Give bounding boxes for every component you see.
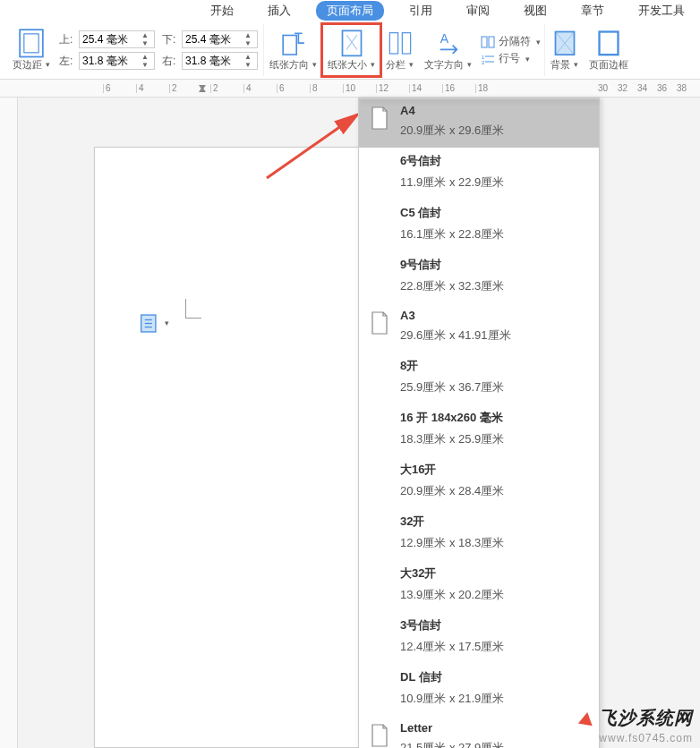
paper-size-icon (339, 30, 364, 58)
paper-size-option[interactable]: 9号信封22.8厘米 x 32.3厘米 (359, 251, 599, 303)
columns-button[interactable]: 分栏▾ (380, 24, 419, 76)
page-icon (368, 514, 391, 542)
orientation-button[interactable]: 纸张方向▾ (264, 24, 322, 76)
line-number-icon: 12 (481, 52, 495, 66)
page-icon (368, 104, 391, 132)
paper-size-dimensions: 21.5厘米 x 27.9厘米 (400, 740, 590, 748)
svg-marker-16 (199, 87, 206, 92)
paper-size-name: 大16开 (400, 462, 590, 478)
svg-rect-4 (389, 33, 397, 54)
paper-size-option[interactable]: 16 开 184x260 毫米18.3厘米 x 25.9厘米 (359, 404, 599, 456)
svg-rect-1 (24, 34, 38, 53)
paper-size-name: 32开 (400, 514, 590, 530)
page-icon (368, 257, 391, 285)
ruler-tick: 36 (657, 83, 677, 93)
spinner-down-icon[interactable]: ▼ (139, 39, 151, 47)
caret-icon: ▾ (46, 60, 50, 69)
svg-rect-8 (489, 37, 494, 47)
tab-view[interactable]: 视图 (515, 1, 556, 21)
paper-size-name: C5 信封 (400, 205, 590, 221)
margin-bottom-input[interactable]: 25.4 毫米 ▲▼ (182, 30, 258, 48)
columns-icon (388, 30, 413, 58)
margin-left-input[interactable]: 31.8 毫米 ▲▼ (79, 52, 155, 70)
vertical-ruler (0, 98, 18, 748)
paper-size-option[interactable]: 大16开20.9厘米 x 28.4厘米 (359, 456, 599, 508)
page-icon (368, 153, 391, 182)
svg-text:2: 2 (482, 60, 485, 65)
paper-size-option[interactable]: 大32开13.9厘米 x 20.2厘米 (359, 560, 599, 612)
margin-bottom-label: 下: (162, 32, 178, 47)
paper-size-option[interactable]: A329.6厘米 x 41.91厘米 (359, 303, 599, 353)
spinner-down-icon[interactable]: ▼ (242, 61, 254, 69)
text-direction-button[interactable]: A 文字方向▾ (419, 24, 477, 76)
tab-insert[interactable]: 插入 (259, 1, 300, 21)
tab-review[interactable]: 审阅 (457, 1, 499, 21)
caret-icon: ▾ (312, 60, 317, 69)
paper-size-name: 9号信封 (400, 257, 590, 273)
menu-tabs: 开始 插入 页面布局 引用 审阅 视图 章节 开发工具 (0, 0, 700, 21)
margin-top-label: 上: (59, 32, 75, 47)
page-icon (368, 462, 391, 490)
margins-button[interactable]: 页边距▾ (7, 24, 55, 76)
separator-label: 分隔符 (499, 34, 531, 49)
separator-button[interactable]: 分隔符 ▾ (481, 34, 541, 49)
text-direction-icon: A (436, 30, 461, 58)
spinner-up-icon[interactable]: ▲ (139, 31, 151, 39)
svg-rect-2 (283, 36, 296, 55)
tab-section[interactable]: 章节 (572, 1, 613, 21)
paper-size-name: 3号信封 (400, 617, 590, 633)
background-label: 背景 (551, 58, 570, 72)
caret-icon: ▾ (371, 60, 375, 69)
caret-icon: ▾ (409, 60, 414, 69)
paper-size-name: DL 信封 (400, 669, 590, 685)
paragraph-options-button[interactable]: ▾ (139, 308, 169, 338)
paper-size-option[interactable]: 3号信封12.4厘米 x 17.5厘米 (359, 612, 599, 664)
spinner-down-icon[interactable]: ▼ (139, 61, 151, 69)
svg-rect-14 (600, 32, 619, 55)
paper-size-option[interactable]: 32开12.9厘米 x 18.3厘米 (359, 508, 599, 560)
margin-top-input[interactable]: 25.4 毫米 ▲▼ (79, 30, 155, 48)
caret-icon: ▾ (536, 38, 541, 47)
tab-dev[interactable]: 开发工具 (629, 1, 694, 21)
ruler-tick: 4 (136, 84, 169, 93)
paper-size-option[interactable]: C5 信封16.1厘米 x 22.8厘米 (359, 200, 599, 251)
background-button[interactable]: 背景▾ (545, 24, 584, 76)
margin-right-input[interactable]: 31.8 毫米 ▲▼ (182, 52, 258, 70)
paper-size-dimensions: 16.1厘米 x 22.8厘米 (400, 226, 590, 242)
paper-size-dimensions: 29.6厘米 x 41.91厘米 (400, 327, 590, 344)
text-cursor (185, 299, 201, 319)
page-icon (368, 205, 391, 234)
spinner-up-icon[interactable]: ▲ (242, 53, 254, 61)
page-border-icon (596, 30, 621, 58)
paper-size-option[interactable]: 6号信封11.9厘米 x 22.9厘米 (359, 148, 599, 200)
paper-size-dropdown: A420.9厘米 x 29.6厘米6号信封11.9厘米 x 22.9厘米C5 信… (358, 98, 600, 748)
paper-size-name: 8开 (400, 358, 590, 374)
paper-size-option[interactable]: Letter21.5厘米 x 27.9厘米 (359, 716, 599, 748)
text-direction-label: 文字方向 (424, 58, 464, 72)
spinner-up-icon[interactable]: ▲ (242, 31, 254, 39)
tab-start[interactable]: 开始 (201, 1, 243, 21)
line-number-button[interactable]: 12 行号 ▾ (481, 51, 541, 66)
caret-icon: ▾ (574, 60, 578, 69)
tab-reference[interactable]: 引用 (400, 1, 441, 21)
ruler-tick: 14 (409, 84, 442, 93)
ruler-tick: 18 (475, 84, 508, 93)
paper-size-name: 16 开 184x260 毫米 (400, 410, 590, 426)
page-icon (368, 565, 391, 594)
paper-size-button[interactable]: 纸张大小▾ (322, 24, 380, 76)
page-icon (368, 309, 391, 337)
ruler-tick: 6 (277, 84, 310, 93)
page-icon (368, 669, 391, 698)
paper-size-option[interactable]: DL 信封10.9厘米 x 21.9厘米 (359, 664, 599, 716)
page-border-button[interactable]: 页面边框 (584, 24, 634, 76)
paper-size-dimensions: 13.9厘米 x 20.2厘米 (400, 587, 590, 603)
paper-size-dimensions: 18.3厘米 x 25.9厘米 (400, 431, 590, 447)
tab-page-layout[interactable]: 页面布局 (316, 1, 384, 21)
paper-size-dimensions: 12.9厘米 x 18.3厘米 (400, 535, 590, 551)
paper-size-option[interactable]: 8开25.9厘米 x 36.7厘米 (359, 353, 599, 404)
ruler-tick: 32 (618, 83, 637, 93)
paper-size-option[interactable]: A420.9厘米 x 29.6厘米 (359, 98, 599, 148)
spinner-down-icon[interactable]: ▼ (242, 39, 254, 47)
line-number-label: 行号 (499, 51, 520, 66)
spinner-up-icon[interactable]: ▲ (139, 53, 151, 61)
